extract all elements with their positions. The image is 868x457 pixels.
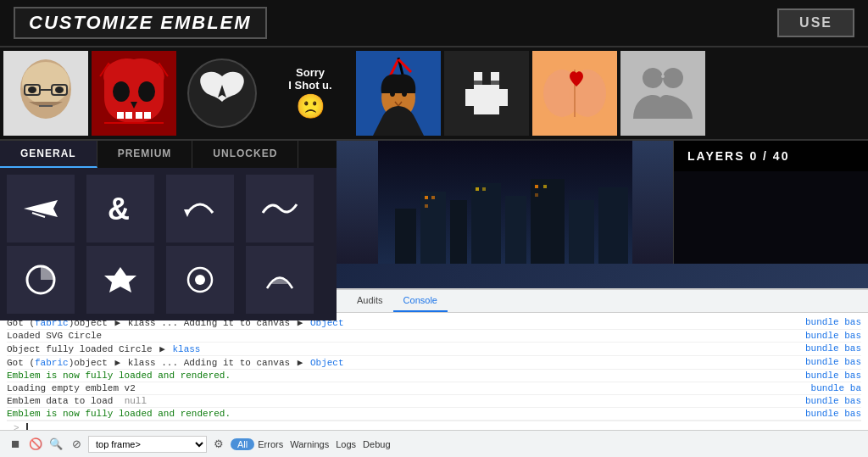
icon-ampersand[interactable]: & — [86, 175, 154, 242]
svg-rect-31 — [474, 93, 499, 114]
tabs-bar: GENERAL PREMIUM UNLOCKED — [0, 141, 337, 168]
svg-rect-77 — [535, 193, 538, 197]
svg-rect-65 — [471, 183, 501, 264]
svg-text:&: & — [108, 192, 130, 226]
log-text: Emblem is now fully loaded and rendered. — [7, 371, 798, 381]
svg-point-11 — [113, 81, 130, 102]
filter-logs[interactable]: Logs — [336, 439, 356, 449]
partial-circle-icon — [19, 259, 62, 301]
icon-plane[interactable] — [7, 175, 75, 242]
emblem-breaking-bad[interactable] — [3, 51, 88, 136]
svg-rect-76 — [543, 185, 547, 188]
svg-rect-41 — [620, 51, 705, 136]
emblem-rock-hand[interactable] — [444, 51, 529, 136]
log-line: Loaded SVG Circle bundle bas — [7, 330, 861, 343]
log-source[interactable]: bundle bas — [805, 396, 861, 406]
svg-rect-32 — [465, 89, 474, 106]
ampersand-icon: & — [99, 187, 142, 230]
svg-rect-63 — [420, 192, 446, 264]
svg-rect-14 — [125, 112, 132, 119]
use-button[interactable]: USE — [777, 8, 854, 37]
svg-rect-67 — [531, 179, 565, 264]
filter-levels: Errors Warnings Logs Debug — [258, 439, 390, 449]
preview-area — [337, 141, 673, 264]
filter-debug[interactable]: Debug — [363, 439, 390, 449]
clear-console-icon[interactable]: 🚫 — [27, 436, 44, 453]
log-source[interactable]: bundle bas — [805, 357, 861, 368]
filter-errors[interactable]: Errors — [258, 439, 283, 449]
tab-audits[interactable]: Audits — [347, 290, 393, 312]
log-text: Loading empty emblem v2 — [7, 383, 804, 393]
devtools-bottom: ⏹ 🚫 🔍 ⊘ top frame> ⚙ All Errors Warnings… — [0, 430, 868, 457]
filter-icon[interactable]: ⚙ — [210, 436, 227, 453]
sorry-line1: Sorry — [296, 66, 325, 79]
emblem-butt[interactable] — [532, 51, 617, 136]
svg-rect-15 — [136, 112, 142, 119]
log-source[interactable]: bundle bas — [805, 371, 861, 381]
svg-rect-72 — [425, 204, 428, 208]
svg-rect-62 — [395, 209, 416, 264]
log-line: Loading empty emblem v2 bundle ba — [7, 382, 861, 395]
prompt-cursor[interactable] — [26, 423, 28, 430]
rock-hand-svg — [444, 51, 529, 136]
wave-icon — [259, 187, 301, 230]
stop-recording-icon[interactable]: ⏹ — [7, 436, 24, 453]
no-entry-icon[interactable]: ⊘ — [68, 436, 85, 453]
search-icon[interactable]: 🔍 — [47, 436, 64, 453]
emblem-skull[interactable] — [92, 51, 176, 136]
icon-wave[interactable] — [246, 175, 314, 242]
log-text: Loaded SVG Circle — [7, 331, 798, 341]
log-source[interactable]: bundle ba — [811, 383, 861, 393]
shape2-icon — [99, 259, 142, 301]
icon-shape3[interactable] — [166, 246, 234, 314]
svg-rect-70 — [425, 196, 428, 199]
icon-shape4[interactable] — [246, 246, 314, 314]
emblem-sorry[interactable]: Sorry I Shot u. 🙁 — [268, 51, 353, 136]
emblem-native[interactable] — [356, 51, 441, 136]
log-text: Emblem is now fully loaded and rendered. — [7, 409, 798, 419]
icon-shape2[interactable] — [86, 246, 154, 314]
svg-rect-36 — [491, 81, 499, 85]
svg-rect-73 — [476, 187, 479, 191]
devtools-content: Got (fabric)object ▶ klass ... Adding it… — [0, 313, 868, 430]
object-link[interactable]: klass — [172, 344, 200, 354]
shape4-icon — [259, 259, 301, 301]
emblem-gallery: Sorry I Shot u. 🙁 — [0, 47, 868, 141]
tab-premium[interactable]: PREMIUM — [97, 141, 193, 168]
filter-warnings[interactable]: Warnings — [290, 439, 329, 449]
log-text: Got (fabric)object ▶ klass ... Adding it… — [7, 357, 798, 368]
plane-icon — [19, 187, 62, 230]
lower-game-panel: GENERAL PREMIUM UNLOCKED — [0, 141, 868, 264]
page-title: CUSTOMIZE EMBLEM — [14, 7, 267, 39]
svg-rect-68 — [569, 200, 594, 264]
log-source[interactable]: bundle bas — [805, 409, 861, 419]
tab-unlocked[interactable]: UNLOCKED — [192, 141, 298, 168]
icon-partial-circle[interactable] — [7, 246, 75, 314]
frame-select[interactable]: top frame> — [88, 436, 207, 453]
icons-grid: & — [0, 168, 337, 320]
svg-point-12 — [138, 81, 155, 102]
shape3-icon — [179, 259, 221, 301]
tab-general[interactable]: GENERAL — [0, 141, 97, 168]
layers-header: LAYERS 0 / 40 — [674, 141, 868, 171]
prompt-icon: > — [14, 423, 19, 430]
emblem-silhouette[interactable] — [620, 51, 705, 136]
svg-rect-34 — [482, 72, 491, 85]
tab-console[interactable]: Console — [393, 290, 448, 312]
all-filter-button[interactable]: All — [231, 438, 254, 450]
svg-point-8 — [55, 86, 64, 93]
icon-arrow[interactable] — [166, 175, 234, 242]
log-source[interactable]: bundle bas — [805, 317, 861, 328]
object-link[interactable]: Object — [310, 358, 344, 368]
log-source[interactable]: bundle bas — [805, 343, 861, 354]
console-log: Got (fabric)object ▶ klass ... Adding it… — [0, 313, 868, 430]
svg-point-7 — [28, 86, 36, 93]
city-bg — [378, 141, 632, 264]
log-line: Object fully loaded Circle ▶ klass bundl… — [7, 343, 861, 356]
tools-panel: GENERAL PREMIUM UNLOCKED — [0, 141, 337, 264]
svg-rect-35 — [474, 81, 482, 85]
game-area: CUSTOMIZE EMBLEM USE — [0, 0, 868, 288]
svg-rect-50 — [179, 187, 221, 230]
emblem-bird[interactable] — [180, 51, 264, 136]
log-source[interactable]: bundle bas — [805, 331, 861, 341]
